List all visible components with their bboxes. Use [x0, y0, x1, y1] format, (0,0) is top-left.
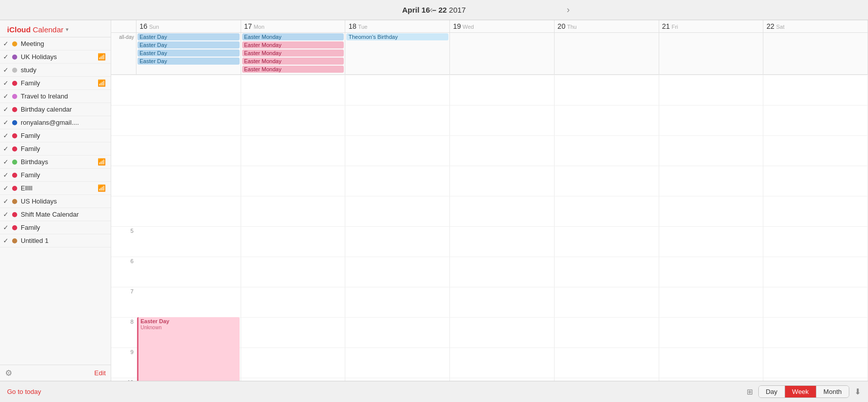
time-slot-d2-h5[interactable]	[241, 226, 346, 257]
time-slot-d6-h6[interactable]	[659, 257, 764, 287]
allday-event[interactable]: Easter Day	[138, 49, 240, 57]
time-slot-d5-h3[interactable]	[555, 166, 659, 196]
time-slot-d2-h9[interactable]	[241, 347, 346, 378]
time-slot-d5-h2[interactable]	[555, 135, 659, 166]
time-slot-d2-h6[interactable]	[241, 257, 346, 287]
time-slot-d7-h3[interactable]	[763, 166, 868, 196]
time-slot-d1-h1[interactable]	[136, 105, 241, 135]
time-slot-d1-h0[interactable]	[136, 75, 241, 105]
time-slot-d6-h4[interactable]	[659, 196, 764, 226]
time-slot-d2-h2[interactable]	[241, 135, 346, 166]
allday-cell-day5[interactable]	[555, 33, 659, 74]
time-slot-d3-h10[interactable]	[345, 378, 450, 381]
allday-event[interactable]: Easter Monday	[242, 66, 344, 73]
time-slot-d4-h9[interactable]	[450, 347, 555, 378]
time-slot-d6-h10[interactable]	[659, 378, 764, 381]
allday-cell-day6[interactable]	[659, 33, 764, 74]
time-slot-d1-h7[interactable]	[136, 287, 241, 317]
time-slot-d6-h9[interactable]	[659, 347, 764, 378]
allday-cell-day3[interactable]: Theomon's Birthday	[345, 33, 450, 74]
time-slot-d7-h10[interactable]	[763, 378, 868, 381]
time-slot-d3-h3[interactable]	[345, 166, 450, 196]
time-slot-d1-h2[interactable]	[136, 135, 241, 166]
time-slot-d5-h4[interactable]	[555, 196, 659, 226]
sidebar-item-family4[interactable]: ✓ Family	[0, 169, 111, 182]
sidebar-item-untitled1[interactable]: ✓ Untitled 1	[0, 234, 111, 247]
time-slot-d1-h6[interactable]	[136, 257, 241, 287]
view-month-button[interactable]: Month	[816, 386, 849, 397]
allday-cell-day2[interactable]: Easter MondayEaster MondayEaster MondayE…	[241, 33, 346, 74]
time-slot-d5-h8[interactable]	[555, 317, 659, 347]
time-slot-d6-h7[interactable]	[659, 287, 764, 317]
time-slot-d5-h5[interactable]	[555, 226, 659, 257]
time-slot-d1-h3[interactable]	[136, 166, 241, 196]
view-week-button[interactable]: Week	[785, 386, 816, 397]
time-slot-d1-h4[interactable]	[136, 196, 241, 226]
time-slot-d7-h6[interactable]	[763, 257, 868, 287]
time-slot-d4-h5[interactable]	[450, 226, 555, 257]
time-slot-d7-h7[interactable]	[763, 287, 868, 317]
time-slot-d7-h8[interactable]	[763, 317, 868, 347]
time-slot-d3-h4[interactable]	[345, 196, 450, 226]
time-slot-d3-h0[interactable]	[345, 75, 450, 105]
sidebar-item-ronyalans[interactable]: ✓ ronyalans@gmail....	[0, 116, 111, 129]
gear-icon[interactable]: ⚙	[5, 368, 12, 378]
timed-event-easter-day[interactable]: Easter DayUnknown	[137, 317, 240, 381]
time-slot-d2-h4[interactable]	[241, 196, 346, 226]
time-slot-d4-h7[interactable]	[450, 287, 555, 317]
allday-event[interactable]: Easter Monday	[242, 33, 344, 40]
allday-event[interactable]: Easter Monday	[242, 49, 344, 57]
time-slot-d2-h10[interactable]	[241, 378, 346, 381]
allday-cell-day7[interactable]	[763, 33, 868, 74]
allday-event[interactable]: Easter Monday	[242, 58, 344, 65]
time-slot-d7-h1[interactable]	[763, 105, 868, 135]
time-slot-d2-h8[interactable]	[241, 317, 346, 347]
time-slot-d4-h3[interactable]	[450, 166, 555, 196]
time-slot-d7-h4[interactable]	[763, 196, 868, 226]
time-slot-d5-h1[interactable]	[555, 105, 659, 135]
allday-cell-day4[interactable]	[450, 33, 555, 74]
time-slot-d4-h6[interactable]	[450, 257, 555, 287]
sidebar-item-elllll[interactable]: ✓ Elllll 📶	[0, 182, 111, 195]
time-slot-d6-h0[interactable]	[659, 75, 764, 105]
sidebar-item-birthdays[interactable]: ✓ Birthdays 📶	[0, 156, 111, 169]
time-slot-d7-h9[interactable]	[763, 347, 868, 378]
time-slot-d4-h2[interactable]	[450, 135, 555, 166]
allday-event[interactable]: Easter Day	[138, 58, 240, 65]
sidebar-item-birthday-cal[interactable]: ✓ Birthday calendar	[0, 103, 111, 116]
time-slot-d6-h2[interactable]	[659, 135, 764, 166]
allday-event[interactable]: Theomon's Birthday	[346, 33, 448, 40]
next-week-button[interactable]: ›	[562, 3, 575, 17]
time-slot-d6-h1[interactable]	[659, 105, 764, 135]
edit-button[interactable]: Edit	[95, 369, 106, 377]
chevron-down-icon[interactable]: ▾	[66, 26, 69, 33]
time-slot-d3-h9[interactable]	[345, 347, 450, 378]
time-slot-d5-h9[interactable]	[555, 347, 659, 378]
sidebar-item-family3[interactable]: ✓ Family	[0, 142, 111, 156]
time-grid[interactable]: 567891011Noon1234Easter DayUnknownAddy's…	[111, 75, 868, 381]
sidebar-item-family5[interactable]: ✓ Family	[0, 221, 111, 234]
time-slot-d5-h10[interactable]	[555, 378, 659, 381]
time-slot-d5-h0[interactable]	[555, 75, 659, 105]
time-slot-d6-h5[interactable]	[659, 226, 764, 257]
sidebar-item-uk-holidays[interactable]: ✓ UK Holidays 📶	[0, 51, 111, 64]
sidebar-item-family2[interactable]: ✓ Family	[0, 129, 111, 142]
time-slot-d5-h6[interactable]	[555, 257, 659, 287]
allday-event[interactable]: Easter Day	[138, 41, 240, 48]
time-slot-d4-h8[interactable]	[450, 317, 555, 347]
time-slot-d2-h0[interactable]	[241, 75, 346, 105]
time-slot-d4-h10[interactable]	[450, 378, 555, 381]
time-slot-d3-h8[interactable]	[345, 317, 450, 347]
view-day-button[interactable]: Day	[759, 386, 785, 397]
time-slot-d6-h3[interactable]	[659, 166, 764, 196]
grid-view-icon[interactable]: ⊞	[747, 387, 753, 396]
sidebar-item-study[interactable]: ✓ study	[0, 64, 111, 77]
time-slot-d7-h5[interactable]	[763, 226, 868, 257]
allday-event[interactable]: Easter Day	[138, 33, 240, 40]
time-slot-d7-h0[interactable]	[763, 75, 868, 105]
time-slot-d3-h2[interactable]	[345, 135, 450, 166]
time-slot-d7-h2[interactable]	[763, 135, 868, 166]
time-slot-d3-h6[interactable]	[345, 257, 450, 287]
time-slot-d5-h7[interactable]	[555, 287, 659, 317]
sidebar-item-family1[interactable]: ✓ Family 📶	[0, 77, 111, 90]
